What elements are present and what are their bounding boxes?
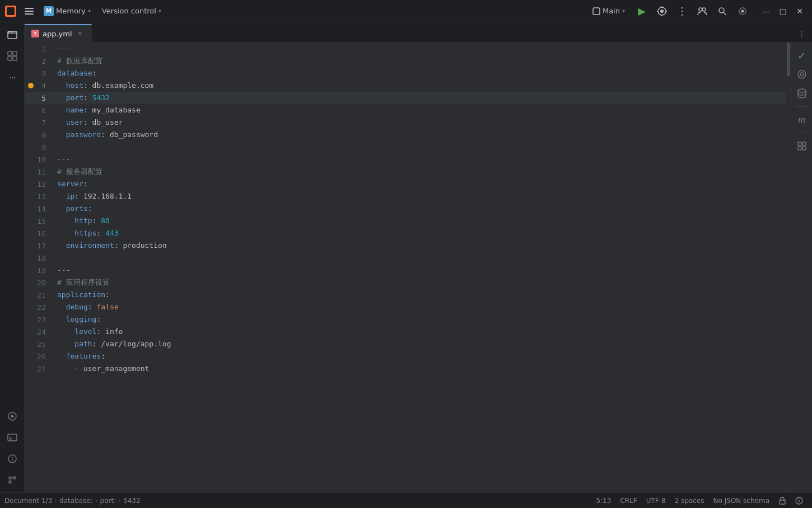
breadcrumb-sep-2: › — [95, 497, 98, 505]
search-icon — [718, 7, 727, 16]
scrollbar[interactable] — [786, 43, 791, 492]
code-line[interactable]: # 应用程序设置 — [53, 276, 786, 289]
sidebar-item-structure[interactable] — [2, 46, 22, 66]
git-icon — [7, 475, 17, 485]
line-number: 11 — [25, 166, 53, 178]
code-line[interactable]: port: 5432 — [53, 92, 786, 104]
line-number: 21 — [25, 289, 53, 301]
sidebar-item-run[interactable] — [2, 406, 22, 426]
line-number: 12 — [25, 178, 53, 190]
code-line[interactable]: host: db.example.com — [53, 79, 786, 92]
svg-rect-36 — [802, 142, 806, 145]
line-ending-selector[interactable]: CRLF — [615, 493, 641, 509]
version-control-selector[interactable]: Version control ▾ — [97, 5, 166, 17]
line-ending: CRLF — [620, 497, 637, 505]
code-line[interactable]: application: — [53, 289, 786, 301]
editor-content: 1234567891011121314151617181920212223242… — [25, 43, 812, 492]
position-indicator[interactable]: 5:13 — [591, 493, 615, 509]
svg-rect-38 — [802, 147, 806, 150]
svg-point-12 — [699, 8, 702, 11]
sidebar-item-more[interactable]: ··· — [2, 67, 22, 87]
schema-selector[interactable]: No JSON schema — [709, 493, 774, 509]
lock-button[interactable] — [774, 493, 791, 509]
code-line[interactable]: - user_management — [53, 363, 786, 375]
main-layout: ··· — [0, 22, 812, 492]
breadcrumb-sep-3: › — [118, 497, 121, 505]
tab-bar: Y app.yml ✕ ⋮ — [25, 22, 812, 43]
code-line[interactable]: # 服务器配置 — [53, 166, 786, 178]
info-button[interactable] — [791, 493, 808, 509]
line-number: 26 — [25, 350, 53, 363]
debug-button[interactable] — [653, 3, 671, 19]
line-number: 8 — [25, 129, 53, 141]
sidebar-item-problems[interactable] — [2, 449, 22, 469]
code-line[interactable]: environment: production — [53, 239, 786, 252]
hamburger-menu-button[interactable] — [21, 3, 37, 19]
code-line[interactable]: name: my_database — [53, 104, 786, 116]
svg-marker-23 — [11, 415, 15, 418]
code-line[interactable]: --- — [53, 43, 786, 55]
sidebar-item-git[interactable] — [2, 470, 22, 490]
editor-options-button[interactable]: ⋮ — [794, 26, 810, 42]
indent-selector[interactable]: 2 spaces — [670, 493, 709, 509]
m-icon-button[interactable]: m — [794, 111, 810, 128]
code-line[interactable]: debug: false — [53, 301, 786, 313]
code-line[interactable]: http: 80 — [53, 215, 786, 227]
code-line[interactable]: user: db_user — [53, 116, 786, 129]
svg-rect-5 — [593, 8, 600, 15]
maximize-button[interactable]: □ — [775, 3, 791, 19]
svg-rect-39 — [780, 500, 785, 504]
app-logo — [4, 5, 17, 17]
code-line[interactable]: level: info — [53, 326, 786, 338]
code-line[interactable] — [53, 141, 786, 153]
search-button[interactable] — [713, 3, 731, 19]
minimize-button[interactable]: — — [758, 3, 774, 19]
code-line[interactable]: database: — [53, 67, 786, 79]
ai-assistant-button[interactable] — [794, 66, 810, 83]
close-button[interactable]: ✕ — [792, 3, 808, 19]
code-line[interactable]: logging: — [53, 313, 786, 326]
code-line[interactable]: ports: — [53, 203, 786, 215]
vc-chevron-icon: ▾ — [158, 8, 161, 14]
encoding: UTF-8 — [646, 497, 666, 505]
code-line[interactable]: ip: 192.168.1.1 — [53, 190, 786, 203]
more-icon: ⋮ — [677, 5, 687, 17]
info-icon — [795, 497, 803, 505]
code-line[interactable]: server: — [53, 178, 786, 190]
sidebar-item-terminal[interactable] — [2, 427, 22, 448]
branch-chevron-icon: ▾ — [622, 8, 625, 14]
code-line[interactable] — [53, 252, 786, 264]
project-selector[interactable]: M Memory ▾ — [39, 4, 95, 18]
run-button[interactable]: ▶ — [633, 3, 651, 19]
tab-app-yml[interactable]: Y app.yml ✕ — [25, 24, 92, 42]
line-number: 14 — [25, 203, 53, 215]
code-line[interactable]: https: 443 — [53, 227, 786, 239]
structure-view-button[interactable] — [794, 138, 810, 154]
svg-rect-18 — [8, 51, 12, 55]
svg-rect-35 — [798, 142, 801, 145]
main-branch-selector[interactable]: Main ▾ — [587, 5, 631, 17]
code-line[interactable]: --- — [53, 264, 786, 276]
sidebar-item-files[interactable] — [2, 25, 22, 45]
line-number: 9 — [25, 141, 53, 153]
code-line[interactable]: # 数据库配置 — [53, 55, 786, 67]
svg-rect-4 — [25, 13, 34, 15]
code-editor[interactable]: ---# 数据库配置database: host: db.example.com… — [53, 43, 786, 492]
scrollbar-thumb[interactable] — [787, 43, 790, 76]
more-options-button[interactable]: ⋮ — [673, 3, 691, 19]
checkmark-button[interactable]: ✓ — [794, 47, 810, 64]
code-line[interactable]: --- — [53, 153, 786, 166]
settings-button[interactable] — [734, 3, 752, 19]
code-line[interactable]: features: — [53, 350, 786, 363]
collab-button[interactable] — [693, 3, 711, 19]
code-line[interactable]: password: db_password — [53, 129, 786, 141]
project-name: Memory — [56, 7, 86, 15]
line-number: 19 — [25, 264, 53, 276]
terminal-icon — [7, 432, 17, 443]
database-button[interactable] — [794, 85, 810, 102]
code-line[interactable]: path: /var/log/app.log — [53, 338, 786, 350]
encoding-selector[interactable]: UTF-8 — [642, 493, 670, 509]
breakpoint-dot[interactable] — [28, 83, 34, 88]
line-number: 27 — [25, 363, 53, 375]
tab-close-button[interactable]: ✕ — [76, 29, 85, 38]
